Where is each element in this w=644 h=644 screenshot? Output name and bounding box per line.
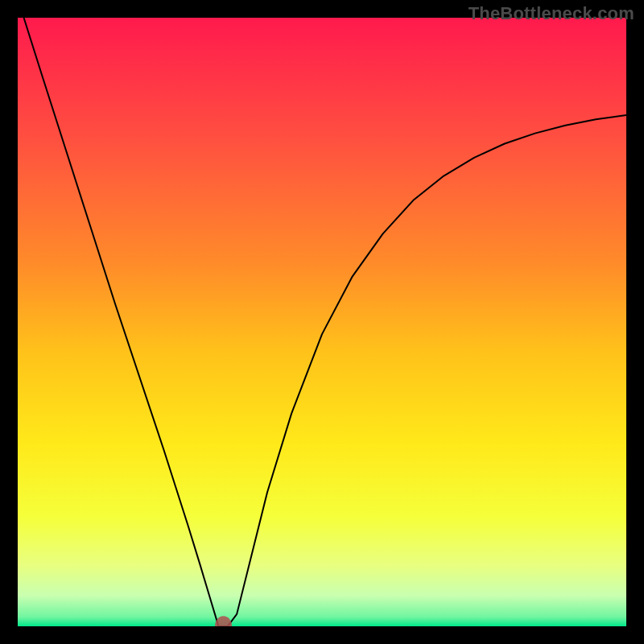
plot-area — [18, 18, 626, 626]
bottleneck-chart — [18, 18, 626, 626]
gradient-background — [18, 18, 626, 626]
watermark-text: TheBottleneck.com — [469, 3, 634, 24]
chart-frame: TheBottleneck.com — [0, 0, 644, 644]
